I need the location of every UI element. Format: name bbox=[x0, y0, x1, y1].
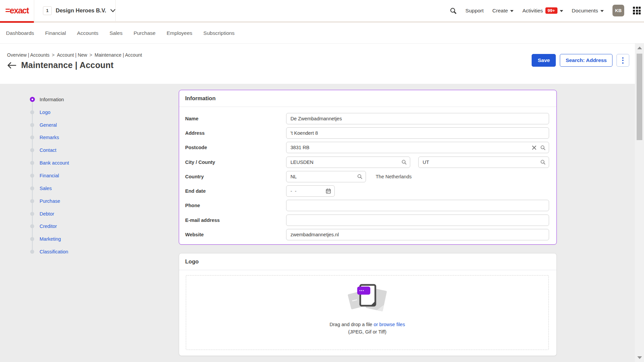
breadcrumb: Overview | Accounts > Account | New > Ma… bbox=[7, 52, 142, 58]
activities-count-badge: 99+ bbox=[545, 7, 557, 14]
address-input[interactable] bbox=[286, 127, 549, 139]
search-lookup-icon[interactable] bbox=[540, 145, 546, 150]
postcode-input[interactable] bbox=[286, 142, 549, 153]
topbar-actions: Support Create Activities 99+ Documents … bbox=[449, 0, 641, 21]
name-input[interactable] bbox=[286, 113, 549, 124]
logo-dropzone[interactable]: Drag and drop a file or browse files (JP… bbox=[186, 275, 549, 350]
search-lookup-icon[interactable] bbox=[540, 159, 546, 165]
address-label: Address bbox=[185, 130, 286, 136]
activities-label: Activities bbox=[522, 8, 543, 14]
city-input[interactable] bbox=[286, 157, 410, 168]
phone-input[interactable] bbox=[286, 200, 549, 211]
stepper-label: Financial bbox=[40, 173, 59, 178]
main-nav: Dashboards Financial Accounts Sales Purc… bbox=[0, 23, 644, 44]
clear-icon[interactable] bbox=[532, 145, 537, 150]
create-label: Create bbox=[492, 8, 508, 14]
activities-menu[interactable]: Activities 99+ bbox=[522, 7, 563, 14]
stepper-item-information[interactable]: Information bbox=[30, 93, 107, 106]
company-number-badge: 1 bbox=[43, 6, 52, 15]
phone-label: Phone bbox=[185, 203, 286, 208]
step-dot bbox=[30, 174, 34, 178]
stepper-label: Logo bbox=[40, 110, 50, 115]
stepper-item-contact[interactable]: Contact bbox=[30, 144, 107, 157]
app-grid-icon[interactable] bbox=[633, 7, 641, 14]
stepper-label: Creditor bbox=[40, 224, 57, 229]
upload-photos-icon bbox=[347, 282, 388, 316]
create-menu[interactable]: Create bbox=[492, 8, 514, 14]
email-row: E-mail address bbox=[185, 213, 549, 227]
stepper-label: Debtor bbox=[40, 211, 54, 217]
breadcrumb-maintenance-account: Maintenance | Account bbox=[95, 52, 142, 58]
breadcrumb-account-new[interactable]: Account | New bbox=[57, 52, 87, 58]
search-lookup-icon[interactable] bbox=[401, 159, 407, 165]
company-name: Design Heroes B.V. bbox=[56, 7, 106, 14]
nav-item-sales[interactable]: Sales bbox=[109, 30, 122, 36]
stepper-item-classification[interactable]: Classification bbox=[30, 245, 107, 258]
breadcrumb-overview-accounts[interactable]: Overview | Accounts bbox=[7, 52, 50, 58]
chevron-down-icon bbox=[560, 10, 563, 12]
logo-section: Logo Drag and drop a file o bbox=[179, 253, 557, 356]
step-dot bbox=[30, 135, 34, 139]
search-icon[interactable] bbox=[449, 7, 457, 14]
email-label: E-mail address bbox=[185, 218, 286, 223]
website-input[interactable] bbox=[286, 229, 549, 240]
company-selector[interactable]: 1 Design Heroes B.V. bbox=[34, 0, 116, 21]
scrollbar-thumb[interactable] bbox=[637, 54, 642, 140]
stepper-item-bank-account[interactable]: Bank account bbox=[30, 157, 107, 169]
step-dot bbox=[30, 212, 34, 216]
vertical-scrollbar[interactable] bbox=[635, 44, 644, 362]
breadcrumb-separator: > bbox=[90, 52, 92, 58]
exact-logo-text: =exact bbox=[5, 6, 29, 15]
nav-item-dashboards[interactable]: Dashboards bbox=[6, 30, 34, 36]
nav-item-financial[interactable]: Financial bbox=[45, 30, 66, 36]
exact-logo[interactable]: =exact bbox=[0, 0, 34, 21]
browse-files-link[interactable]: or browse files bbox=[374, 322, 405, 327]
stepper-item-marketing[interactable]: Marketing bbox=[30, 233, 107, 245]
stepper-label: Marketing bbox=[40, 236, 61, 242]
stepper-item-debtor[interactable]: Debtor bbox=[30, 207, 107, 220]
stepper-label: Bank account bbox=[40, 160, 69, 166]
country-input[interactable] bbox=[286, 171, 366, 182]
country-row: Country bbox=[185, 169, 549, 184]
name-label: Name bbox=[185, 116, 286, 121]
step-dot bbox=[30, 161, 34, 165]
back-arrow-icon[interactable] bbox=[7, 62, 16, 69]
stepper-item-general[interactable]: General bbox=[30, 119, 107, 131]
stepper-item-purchase[interactable]: Purchase bbox=[30, 195, 107, 207]
nav-item-subscriptions[interactable]: Subscriptions bbox=[203, 30, 234, 36]
stepper-item-remarks[interactable]: Remarks bbox=[30, 131, 107, 144]
logo-section-title: Logo bbox=[179, 253, 556, 270]
stepper-label: Remarks bbox=[40, 135, 59, 140]
more-options-button[interactable] bbox=[616, 54, 629, 67]
app-window: =exact 1 Design Heroes B.V. Support Crea… bbox=[0, 0, 644, 362]
nav-item-employees[interactable]: Employees bbox=[167, 30, 193, 36]
nav-item-accounts[interactable]: Accounts bbox=[77, 30, 99, 36]
step-dot bbox=[30, 123, 34, 127]
name-row: Name bbox=[185, 111, 549, 126]
end-date-row: End date bbox=[185, 184, 549, 198]
scroll-down-arrow[interactable] bbox=[637, 356, 642, 359]
save-button[interactable]: Save bbox=[532, 54, 556, 67]
stepper-item-logo[interactable]: Logo bbox=[30, 106, 107, 119]
calendar-icon[interactable] bbox=[325, 188, 331, 194]
support-link[interactable]: Support bbox=[466, 8, 484, 14]
avatar[interactable]: KB bbox=[612, 5, 624, 16]
step-dot bbox=[30, 186, 34, 190]
page-actions: Save Search: Address bbox=[532, 54, 629, 67]
county-input[interactable] bbox=[418, 157, 549, 168]
website-label: Website bbox=[185, 232, 286, 237]
stepper-item-creditor[interactable]: Creditor bbox=[30, 220, 107, 233]
scroll-up-arrow[interactable] bbox=[637, 47, 642, 49]
city-county-row: City / County bbox=[185, 155, 549, 169]
documents-menu[interactable]: Documents bbox=[572, 8, 604, 14]
section-stepper: Information Logo General Remarks Contact… bbox=[30, 93, 107, 258]
email-input[interactable] bbox=[286, 215, 549, 226]
search-lookup-icon[interactable] bbox=[357, 174, 363, 179]
postcode-label: Postcode bbox=[185, 145, 286, 150]
stepper-item-sales[interactable]: Sales bbox=[30, 182, 107, 195]
information-section: Information Name Address Postcode bbox=[179, 90, 557, 245]
address-row: Address bbox=[185, 126, 549, 140]
stepper-item-financial[interactable]: Financial bbox=[30, 169, 107, 182]
search-address-button[interactable]: Search: Address bbox=[560, 54, 612, 67]
nav-item-purchase[interactable]: Purchase bbox=[133, 30, 155, 36]
